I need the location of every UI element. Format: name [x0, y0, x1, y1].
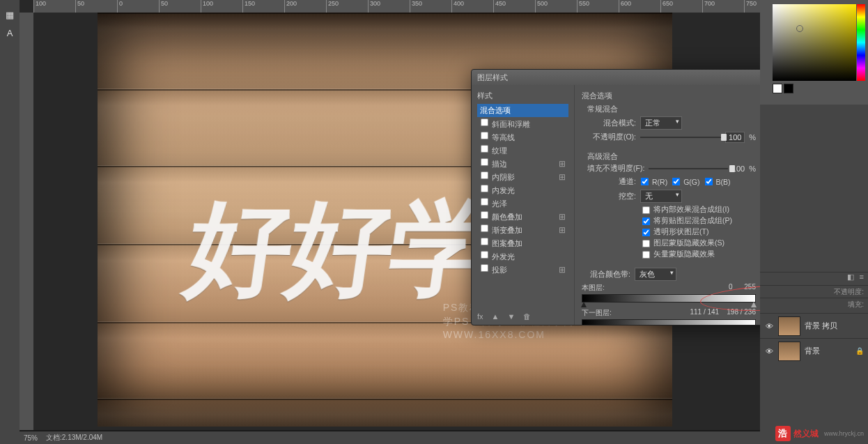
lock-icon: 🔒 — [855, 347, 864, 355]
canvas-text: 好好学 — [178, 180, 501, 321]
wood-plank — [98, 322, 672, 399]
plus-icon[interactable]: ⊞ — [559, 225, 566, 235]
section-title: 混合选项 — [582, 91, 756, 101]
channel-g[interactable] — [672, 178, 680, 185]
transparent-shape-cb[interactable] — [642, 228, 650, 236]
knockout-label: 挖空: — [587, 192, 636, 201]
color-field[interactable] — [773, 4, 856, 81]
blend-mode-label: 混合模式: — [587, 118, 636, 128]
right-panels: 思缘设计论坛 WWW.MISSYUAN.COM ◧ ≡ 不透明度: 填充: 👁 … — [760, 0, 868, 444]
zoom-level[interactable]: 75% — [24, 434, 38, 442]
status-bar: 75% 文档:2.13M/2.04M — [20, 431, 760, 444]
ruler-left — [20, 13, 33, 430]
style-color-overlay[interactable]: 颜色叠加⊞ — [477, 210, 568, 223]
opacity-label: 不透明度(O): — [587, 132, 636, 142]
style-blend-options[interactable]: 混合选项 — [477, 104, 568, 117]
blendif-dropdown[interactable]: 灰色 — [635, 268, 676, 281]
swatch-white[interactable] — [773, 84, 782, 93]
layer-name: 背景 — [805, 346, 820, 356]
style-list: 样式 混合选项 斜面和浮雕 等高线 纹理 描边⊞ 内阴影⊞ 内发光 光泽 颜色叠… — [472, 85, 575, 325]
doc-size: 文档:2.13M/2.04M — [46, 433, 102, 443]
fill-slider[interactable] — [649, 168, 728, 169]
trash-icon[interactable]: 🗑 — [523, 312, 531, 321]
channel-b[interactable] — [704, 178, 712, 185]
plus-icon[interactable]: ⊞ — [559, 265, 566, 275]
knockout-dropdown[interactable]: 无 — [640, 190, 682, 203]
layer-thumb — [778, 342, 800, 361]
opacity-value[interactable]: 100 — [725, 132, 745, 143]
styles-header: 样式 — [477, 91, 568, 101]
style-texture[interactable]: 纹理 — [477, 144, 568, 157]
layer-mask-hide-cb[interactable] — [642, 239, 650, 247]
style-gradient-overlay[interactable]: 渐变叠加⊞ — [477, 223, 568, 236]
style-inner-shadow[interactable]: 内阴影⊞ — [477, 170, 568, 183]
style-outer-glow[interactable]: 外发光 — [477, 250, 568, 263]
bottom-watermark: 浩 然义城 www.hryckj.cn — [775, 426, 864, 441]
hue-slider[interactable] — [857, 4, 865, 81]
style-pattern-overlay[interactable]: 图案叠加 — [477, 236, 568, 250]
text-tool[interactable]: A — [2, 25, 17, 40]
wood-plank — [98, 399, 672, 427]
eye-icon[interactable]: 👁 — [764, 321, 774, 331]
vector-mask-hide-cb[interactable] — [642, 250, 650, 258]
style-satin[interactable]: 光泽 — [477, 197, 568, 210]
wm-logo: 浩 — [775, 426, 791, 441]
plus-icon[interactable]: ⊞ — [559, 172, 566, 182]
panel-menu-icon[interactable]: ≡ — [860, 273, 864, 285]
fx-row: fx ▲ ▼ 🗑 — [477, 312, 531, 321]
color-cursor-icon — [796, 25, 803, 32]
blend-interior-cb[interactable] — [642, 206, 650, 213]
this-layer-bar[interactable] — [582, 294, 756, 303]
opacity-slider[interactable] — [640, 137, 721, 138]
under-layer-label: 下一图层: — [582, 308, 612, 318]
fill-opacity-label: 填充不透明度(F): — [587, 164, 644, 174]
dialog-options: 混合选项 常规混合 混合模式: 正常 不透明度(O): 100 % 高级混合 填… — [575, 85, 763, 325]
filter-icon[interactable]: ◧ — [847, 273, 854, 285]
ruler-top: 100 50 0 50 100 150 200 250 300 350 400 … — [33, 0, 760, 13]
layer-name: 背景 拷贝 — [805, 321, 837, 331]
style-bevel[interactable]: 斜面和浮雕 — [477, 117, 568, 130]
this-layer-label: 本图层: — [582, 283, 605, 293]
up-icon[interactable]: ▲ — [492, 312, 499, 321]
blend-clip-cb[interactable] — [642, 217, 650, 224]
advanced-blend-title: 高级混合 — [587, 151, 756, 162]
dialog-title-text: 图层样式 — [477, 72, 508, 83]
style-contour[interactable]: 等高线 — [477, 130, 568, 144]
down-icon[interactable]: ▼ — [507, 312, 515, 321]
channel-r[interactable] — [641, 178, 649, 185]
rect-marquee-tool[interactable]: ▦ — [2, 7, 17, 22]
style-inner-glow[interactable]: 内发光 — [477, 183, 568, 197]
plus-icon[interactable]: ⊞ — [559, 212, 566, 222]
color-panel[interactable] — [760, 0, 868, 105]
swatch-black[interactable] — [784, 84, 793, 93]
style-stroke[interactable]: 描边⊞ — [477, 157, 568, 170]
fx-icon[interactable]: fx — [477, 312, 483, 321]
under-layer-bar[interactable] — [582, 319, 756, 325]
channels-label: 通道: — [587, 177, 636, 187]
blendif-label: 混合颜色带: — [582, 270, 630, 280]
layer-thumb — [778, 316, 800, 336]
blend-mode-dropdown[interactable]: 正常 — [640, 116, 682, 130]
eye-icon[interactable]: 👁 — [764, 346, 774, 356]
plus-icon[interactable]: ⊞ — [559, 159, 566, 169]
layer-row[interactable]: 👁 背景 🔒 — [760, 338, 868, 363]
layers-panel: ◧ ≡ 不透明度: 填充: 👁 背景 拷贝 👁 背景 🔒 — [760, 272, 868, 444]
layer-row[interactable]: 👁 背景 拷贝 — [760, 313, 868, 338]
general-blend-title: 常规混合 — [587, 104, 756, 114]
style-drop-shadow[interactable]: 投影⊞ — [477, 263, 568, 276]
